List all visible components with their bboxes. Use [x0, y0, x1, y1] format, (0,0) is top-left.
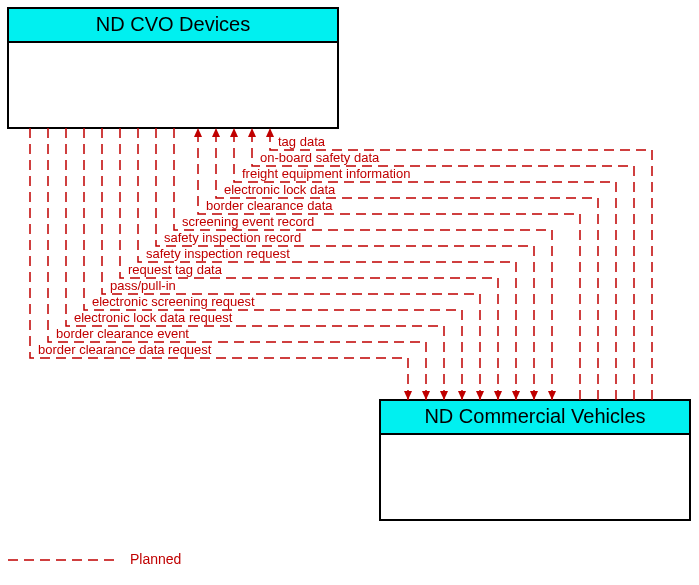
legend-label-planned: Planned: [130, 551, 181, 567]
arrowhead-down-icon: [440, 391, 448, 400]
flow-label: freight equipment information: [242, 166, 410, 181]
arrowhead-up-icon: [266, 128, 274, 137]
arrowhead-up-icon: [212, 128, 220, 137]
arrowhead-down-icon: [476, 391, 484, 400]
arrowhead-up-icon: [230, 128, 238, 137]
flow-label: border clearance event: [56, 326, 189, 341]
flow-label: border clearance data request: [38, 342, 212, 357]
flow-label: safety inspection request: [146, 246, 290, 261]
arrowhead-up-icon: [194, 128, 202, 137]
arrowhead-down-icon: [458, 391, 466, 400]
arrowhead-up-icon: [248, 128, 256, 137]
flow-label: electronic screening request: [92, 294, 255, 309]
flow-label: safety inspection record: [164, 230, 301, 245]
arrowhead-down-icon: [404, 391, 412, 400]
flow-label: screening event record: [182, 214, 314, 229]
arrowhead-down-icon: [494, 391, 502, 400]
flow-label: tag data: [278, 134, 326, 149]
flow-label: border clearance data: [206, 198, 333, 213]
arrowhead-down-icon: [530, 391, 538, 400]
flow-label: pass/pull-in: [110, 278, 176, 293]
arrowhead-down-icon: [422, 391, 430, 400]
flow-label: electronic lock data request: [74, 310, 233, 325]
top-box-title: ND CVO Devices: [96, 13, 250, 35]
flow-label: electronic lock data: [224, 182, 336, 197]
arrowhead-down-icon: [548, 391, 556, 400]
bottom-box-title: ND Commercial Vehicles: [424, 405, 645, 427]
flow-label: on-board safety data: [260, 150, 380, 165]
arrowhead-down-icon: [512, 391, 520, 400]
flow-label: request tag data: [128, 262, 223, 277]
